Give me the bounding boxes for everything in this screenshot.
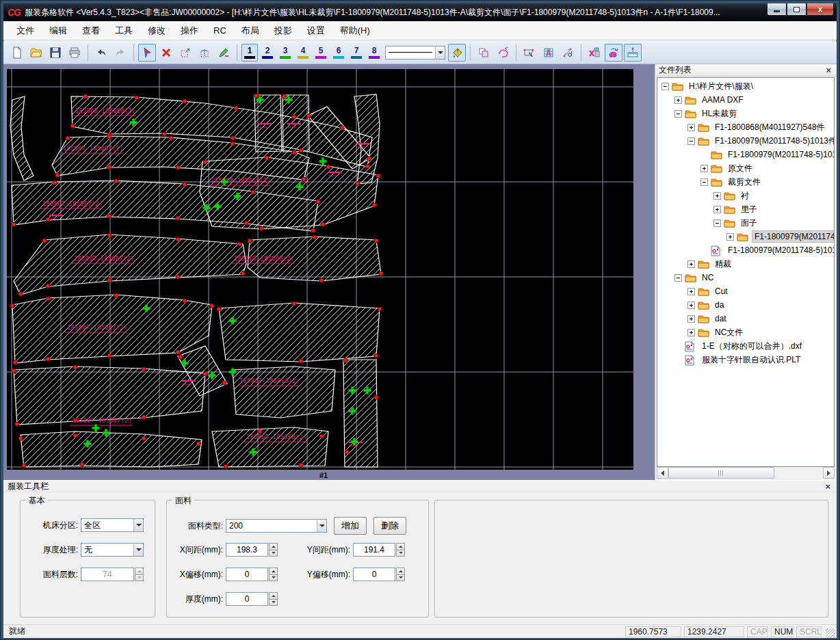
expand-icon[interactable]	[687, 261, 695, 268]
tree-item[interactable]: AAMA DXF	[657, 93, 834, 107]
delete-fabric-button[interactable]: 删除	[373, 517, 406, 535]
tree-item-label[interactable]: 面子	[739, 217, 759, 230]
x-spacing-input[interactable]	[226, 543, 268, 557]
tool-panel-close-icon[interactable]: ×	[823, 481, 832, 492]
title-bar[interactable]: CG 服装条格软件 <Ver5.4.3_T823><非售品:JW00000002…	[3, 3, 837, 21]
tree-item[interactable]: F1-1800979(M2011748-5)101	[657, 148, 834, 161]
tree-item-label[interactable]: 精裁	[713, 258, 733, 271]
tree-item[interactable]: H:\样片文件\服装\	[657, 79, 834, 93]
tree-item-label[interactable]: NC文件	[713, 326, 745, 339]
menu-item-工具[interactable]: 工具	[107, 23, 140, 39]
move-piece-button[interactable]	[176, 44, 194, 62]
tree-item[interactable]: 面子	[657, 216, 834, 230]
clear-piece-button[interactable]	[586, 44, 603, 62]
menu-item-投影[interactable]: 投影	[267, 23, 300, 39]
layer-button-4[interactable]: 4	[295, 44, 311, 62]
tree-item-label[interactable]: 原文件	[726, 162, 754, 175]
tree-item-label[interactable]: HL未裁剪	[700, 107, 739, 120]
collapse-icon[interactable]	[700, 178, 708, 186]
nesting-canvas-area[interactable]: 185868-185868(2)185007-185007(2)185007-1…	[3, 64, 655, 480]
tree-item-label[interactable]: 衬	[739, 189, 751, 202]
collapse-icon[interactable]	[674, 110, 682, 118]
new-file-button[interactable]	[8, 44, 26, 62]
tree-item[interactable]: 衬	[657, 189, 834, 202]
layer-button-5[interactable]: 5	[313, 44, 329, 62]
menu-item-设置[interactable]: 设置	[300, 23, 332, 39]
y-spacing-spinner[interactable]	[396, 543, 405, 557]
expand-icon[interactable]	[687, 124, 695, 131]
tree-item-label[interactable]: 服装十字针眼自动认识.PLT	[700, 354, 802, 366]
tree-item-label[interactable]: 里子	[739, 203, 759, 216]
tree-item[interactable]: F1-1800979(M2011748-5)1013件	[657, 134, 834, 148]
pattern-piece[interactable]	[21, 431, 202, 467]
tree-item[interactable]: F1-1800979(M2011748-5)101	[657, 243, 834, 257]
tree-item[interactable]: dat	[657, 312, 834, 325]
menu-item-布局[interactable]: 布局	[234, 23, 267, 39]
expand-icon[interactable]	[687, 302, 695, 309]
scroll-left-button[interactable]	[657, 467, 668, 479]
menu-item-帮助(H)[interactable]: 帮助(H)	[332, 23, 378, 39]
line-style-combo[interactable]	[385, 46, 445, 59]
tree-item-label[interactable]: 裁剪文件	[726, 176, 763, 189]
expand-icon[interactable]	[700, 165, 708, 172]
tree-item-label[interactable]: AAMA DXF	[700, 94, 746, 105]
fabric-type-select[interactable]: 200	[226, 519, 327, 533]
tree-item[interactable]: F1-1800868(M4011927)548件	[657, 120, 834, 134]
delete-button[interactable]	[157, 44, 175, 62]
tree-item-label[interactable]: F1-1800979(M201174	[752, 230, 835, 243]
restore-button[interactable]	[787, 3, 806, 16]
tree-item-label[interactable]: NC	[700, 272, 716, 283]
scrollbar-thumb[interactable]	[668, 467, 774, 479]
pattern-piece[interactable]	[233, 366, 335, 418]
minimize-button[interactable]	[767, 3, 787, 16]
collapse-icon[interactable]	[713, 219, 721, 227]
y-offset-spinner[interactable]	[396, 568, 405, 581]
thickness-handling-dropdown-arrow[interactable]	[133, 544, 143, 556]
tree-item[interactable]: 1-E（对称的可以合并）.dxf	[657, 339, 834, 353]
select-tool-button[interactable]	[138, 44, 156, 62]
thickness-input[interactable]	[226, 592, 268, 606]
measure-piece-button[interactable]	[521, 44, 538, 62]
layer-button-7[interactable]: 7	[348, 44, 365, 62]
expand-icon[interactable]	[713, 206, 721, 213]
file-list-close-icon[interactable]: ×	[824, 65, 833, 75]
tree-item[interactable]: 裁剪文件	[657, 175, 834, 189]
expand-icon[interactable]	[687, 329, 695, 336]
measure-distance-button[interactable]	[559, 44, 577, 62]
expand-icon[interactable]	[674, 96, 682, 104]
file-tree-hscrollbar[interactable]	[657, 467, 835, 479]
layer-button-3[interactable]: 3	[277, 44, 293, 62]
pattern-piece[interactable]	[219, 303, 380, 362]
layer-button-2[interactable]: 2	[259, 44, 276, 62]
collapse-icon[interactable]	[661, 83, 669, 90]
tree-item[interactable]: 服装十字针眼自动认识.PLT	[657, 353, 834, 366]
tree-item[interactable]: da	[657, 298, 834, 312]
y-spacing-input[interactable]	[353, 543, 395, 557]
tree-item-label[interactable]: H:\样片文件\服装\	[687, 80, 755, 93]
tree-item[interactable]: NC	[657, 271, 834, 284]
print-button[interactable]	[66, 44, 83, 62]
machine-zone-select[interactable]: 全区	[81, 518, 144, 532]
grid-text-button[interactable]	[540, 44, 557, 62]
rotate-pin-button[interactable]	[494, 44, 512, 62]
menu-item-修改[interactable]: 修改	[140, 23, 173, 39]
y-offset-input[interactable]	[353, 568, 395, 581]
tree-item[interactable]: NC文件	[657, 325, 834, 339]
thickness-spinner[interactable]	[269, 592, 278, 606]
tree-item-label[interactable]: F1-1800868(M4011927)548件	[713, 121, 827, 134]
open-file-button[interactable]	[27, 44, 45, 62]
close-button[interactable]: x	[806, 3, 834, 16]
rotate-piece-button[interactable]	[605, 44, 622, 62]
scrollbar-track[interactable]	[668, 467, 823, 479]
scroll-right-button[interactable]	[823, 467, 835, 479]
menu-item-RC[interactable]: RC	[206, 23, 234, 38]
tree-item-label[interactable]: F1-1800979(M2011748-5)101	[726, 149, 835, 160]
x-offset-input[interactable]	[226, 568, 268, 581]
edit-pencil-button[interactable]	[215, 44, 233, 62]
collapse-icon[interactable]	[674, 274, 682, 282]
layer-button-1[interactable]: 1	[241, 44, 258, 62]
expand-icon[interactable]	[713, 192, 721, 200]
save-button[interactable]	[47, 44, 64, 62]
ruler-tool-button[interactable]	[624, 44, 642, 62]
add-fabric-button[interactable]: 增加	[334, 517, 367, 535]
